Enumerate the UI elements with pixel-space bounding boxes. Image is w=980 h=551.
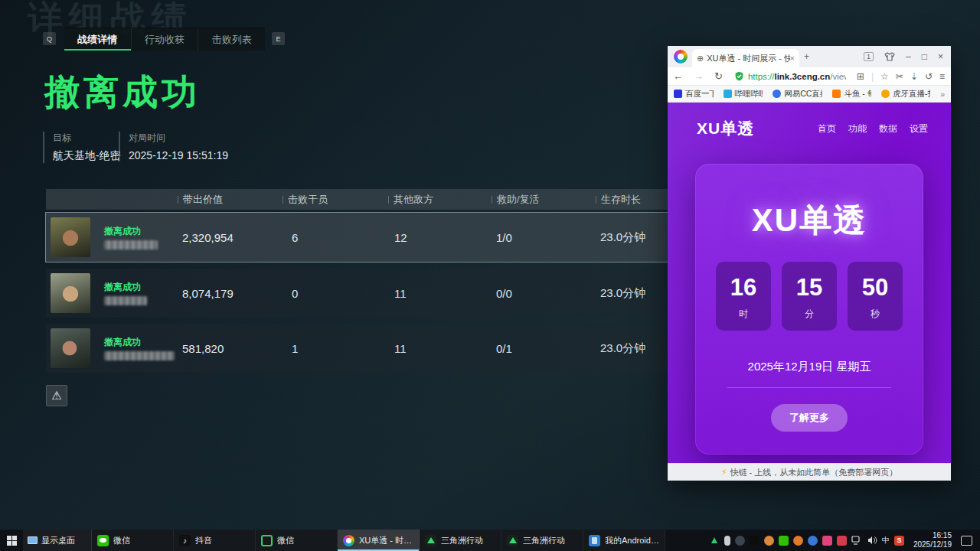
tray-volume-icon[interactable]	[867, 536, 877, 545]
task-android-phone[interactable]: 我的Android手机...	[583, 530, 665, 551]
footer-text[interactable]: 快链 - 上线，从未如此简单（免费部署网页）	[730, 467, 897, 478]
tray-delta-force-icon[interactable]	[710, 536, 720, 546]
player-avatar	[51, 328, 90, 368]
cell-other-enemies: 11	[394, 269, 407, 318]
new-tab-button[interactable]: +	[799, 51, 814, 62]
task-browser-xu[interactable]: XU单透 - 时间展示...	[338, 530, 420, 551]
tray-douyin-icon[interactable]	[750, 536, 760, 546]
clock-time: 16:15	[913, 531, 952, 540]
forward-icon[interactable]: →	[688, 70, 709, 82]
system-tray: 中 S 16:15 2025/12/19	[710, 530, 980, 551]
tray-steam-icon[interactable]	[735, 536, 745, 546]
apps-grid-icon[interactable]: ⊞	[857, 71, 864, 82]
cell-other-enemies: 11	[394, 324, 407, 373]
minimize-button[interactable]: –	[906, 51, 911, 62]
ime-indicator[interactable]: 中	[882, 535, 890, 546]
bookmark-baidu[interactable]: 百度一下	[674, 89, 714, 99]
task-delta-force-2[interactable]: 三角洲行动	[501, 530, 583, 551]
tray-chat-icon[interactable]	[808, 536, 818, 546]
back-icon[interactable]: ←	[668, 70, 688, 82]
tray-network-icon[interactable]	[851, 536, 863, 545]
bookmark-bilibili[interactable]: 哔哩哔哩	[724, 89, 763, 99]
hours-unit: 时	[716, 308, 771, 321]
nav-data[interactable]: 数据	[879, 122, 897, 135]
cell-duration: 23.0分钟	[600, 269, 645, 318]
toolbar-divider: |	[871, 71, 874, 82]
task-wechat[interactable]: 微信	[92, 530, 174, 551]
theme-skin-icon[interactable]	[884, 52, 895, 61]
tray-microphone-icon[interactable]	[724, 536, 730, 546]
webpage: XU单透 首页 功能 数据 设置 XU单透 16 时 15 分 50 秒	[668, 103, 951, 463]
url-host: link.3ceng.cn	[774, 72, 830, 81]
download-icon[interactable]: ⇣	[910, 71, 918, 82]
match-time-value: 2025-12-19 15:51:19	[129, 149, 228, 161]
bookmarks-overflow-icon[interactable]: »	[940, 90, 945, 99]
tray-sogou-icon[interactable]: S	[894, 536, 904, 546]
wechat-outline-icon	[261, 535, 273, 546]
tab-count-badge[interactable]: 1	[864, 52, 874, 61]
huya-icon	[881, 90, 890, 98]
tray-red-app-icon[interactable]	[837, 536, 847, 546]
tray-monkey-icon[interactable]	[764, 536, 774, 546]
nav-features[interactable]: 功能	[848, 122, 867, 135]
start-button[interactable]	[0, 530, 23, 551]
task-douyin[interactable]: ♪ 抖音	[174, 530, 256, 551]
tray-huya-icon[interactable]	[793, 536, 803, 546]
countdown-tiles: 16 时 15 分 50 秒	[695, 262, 923, 331]
clock-date: 2025/12/19	[913, 540, 952, 549]
tray-wechat-icon[interactable]	[779, 536, 789, 546]
objective-info: 目标 航天基地-绝密	[43, 132, 121, 163]
browser-icon	[343, 535, 354, 546]
header-operators-defeated: 击败干员	[283, 189, 328, 210]
hours-value: 16	[716, 274, 771, 302]
minutes-tile: 15 分	[782, 262, 837, 331]
close-button[interactable]: ×	[938, 51, 943, 62]
cell-kills: 6	[292, 213, 298, 262]
screenshot-scissors-icon[interactable]: ✂	[896, 71, 903, 82]
phone-icon	[589, 535, 600, 546]
show-desktop-button[interactable]: 显示桌面	[23, 530, 92, 551]
player-avatar	[51, 217, 90, 257]
lightning-icon: ⚡	[721, 468, 727, 478]
objective-label: 目标	[53, 132, 121, 145]
match-time-label: 对局时间	[129, 132, 228, 145]
header-rescue-revive: 救助/复活	[492, 189, 540, 210]
refresh-icon[interactable]: ↻	[709, 70, 728, 82]
hours-tile: 16 时	[716, 262, 771, 331]
seconds-unit: 秒	[848, 308, 903, 321]
tray-pink-app-icon[interactable]	[822, 536, 832, 546]
minutes-unit: 分	[782, 308, 837, 321]
tab-battle-details[interactable]: 战绩详情	[64, 28, 132, 51]
bookmark-douyu[interactable]: 斗鱼 - 每	[832, 89, 871, 99]
favorites-star-icon[interactable]: ☆	[880, 71, 889, 82]
browser-titlebar[interactable]: ⊕ XU单透 - 时间展示 - 快链 × + 1 – □ ×	[668, 46, 951, 67]
learn-more-button[interactable]: 了解更多	[771, 404, 848, 432]
bookmark-netease-cc[interactable]: 网易CC直播	[773, 89, 822, 99]
player-name-censored	[104, 240, 158, 249]
tab-close-icon[interactable]: ×	[790, 54, 795, 63]
hero-title: XU单透	[695, 199, 923, 242]
nav-settings[interactable]: 设置	[910, 122, 928, 135]
results-tabbar: 战绩详情 行动收获 击败列表	[64, 28, 265, 51]
undo-history-icon[interactable]: ↺	[925, 71, 933, 82]
baidu-icon	[674, 90, 682, 98]
taskbar-clock[interactable]: 16:15 2025/12/19	[909, 531, 956, 549]
cell-carried-value: 581,820	[182, 324, 224, 373]
menu-icon[interactable]: ≡	[939, 71, 945, 82]
browser-tab[interactable]: ⊕ XU单透 - 时间展示 - 快链 ×	[692, 49, 799, 67]
tab-kill-list[interactable]: 击败列表	[198, 28, 265, 51]
task-wechat-2[interactable]: 微信	[256, 530, 338, 551]
tab-loot-gains[interactable]: 行动收获	[132, 28, 199, 51]
bookmark-huya[interactable]: 虎牙直播-打	[881, 89, 930, 99]
row-status: 撤离成功	[104, 281, 141, 294]
nav-home[interactable]: 首页	[818, 122, 836, 135]
site-brand: XU单透	[697, 118, 754, 139]
key-hint-e: E	[272, 32, 285, 45]
task-delta-force-1[interactable]: 三角洲行动	[420, 530, 501, 551]
report-button[interactable]: ⚠	[46, 385, 67, 406]
maximize-button[interactable]: □	[922, 51, 927, 62]
card-divider	[727, 387, 891, 388]
notification-center-icon[interactable]	[961, 536, 972, 546]
site-nav: 首页 功能 数据 设置	[818, 122, 928, 135]
url-field[interactable]: https://link.3ceng.cn/view/d6	[748, 72, 846, 81]
